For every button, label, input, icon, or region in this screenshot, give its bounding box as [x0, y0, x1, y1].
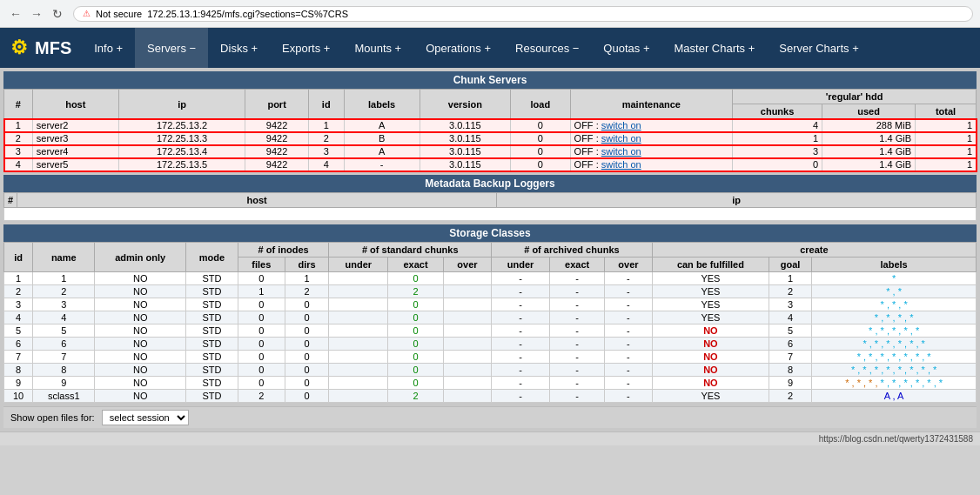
nav-item-quotas[interactable]: Quotas +	[591, 28, 661, 68]
nav-item-resources[interactable]: Resources −	[503, 28, 591, 68]
col-create-group: create	[652, 243, 976, 258]
lock-icon: ⚠	[83, 9, 91, 18]
nav-item-disks[interactable]: Disks +	[208, 28, 270, 68]
table-row: 3 server4 172.25.13.4 9422 3 A 3.0.115 0…	[4, 145, 977, 158]
col-mode: mode	[186, 243, 238, 272]
cell-chunks: 1	[733, 132, 822, 145]
metadata-header: Metadata Backup Loggers	[3, 175, 977, 192]
metadata-table: # host ip	[3, 192, 977, 221]
col-used: used	[822, 104, 916, 119]
cell-chunks: 0	[733, 158, 822, 171]
col-host: host	[32, 90, 118, 119]
col-arch-exact: exact	[550, 258, 605, 272]
cell-num: 4	[4, 158, 33, 171]
cell-maintenance: OFF : switch on	[570, 158, 732, 171]
cell-num: 2	[4, 132, 33, 145]
cell-port: 9422	[245, 119, 309, 132]
forward-button[interactable]: →	[28, 5, 45, 23]
cell-load: 0	[511, 119, 571, 132]
chunk-servers-header: Chunk Servers	[3, 71, 977, 89]
cell-host: server4	[32, 145, 118, 158]
col-dirs: dirs	[285, 258, 329, 272]
col-version: version	[420, 90, 510, 119]
table-row: 11NOSTD 01 0 --- YES1 *	[4, 272, 977, 285]
col-fulfilled: can be fulfilled	[652, 258, 769, 272]
cell-total: 1	[916, 145, 977, 158]
col-ip: ip	[497, 193, 977, 208]
col-port: port	[245, 90, 309, 119]
cell-labels: A	[344, 119, 420, 132]
nav-item-mounts[interactable]: Mounts +	[342, 28, 413, 68]
session-select[interactable]: select session	[102, 410, 189, 425]
address-bar[interactable]: ⚠ Not secure 172.25.13.1:9425/mfs.cgi?se…	[73, 6, 973, 22]
app-container: ⚙ MFS Info + Servers − Disks + Exports +…	[0, 28, 980, 445]
cell-version: 3.0.115	[420, 119, 510, 132]
table-row: 33NOSTD 00 0 --- YES3 * , * , *	[4, 298, 977, 311]
cell-host: server3	[32, 132, 118, 145]
switch-on-link[interactable]: switch on	[601, 146, 641, 157]
col-std-exact: exact	[388, 258, 444, 272]
cell-id: 1	[308, 119, 344, 132]
cell-total: 1	[916, 132, 977, 145]
cell-id: 3	[308, 145, 344, 158]
table-row: 44NOSTD 00 0 --- YES4 * , * , * , *	[4, 311, 977, 324]
cell-id: 4	[308, 158, 344, 171]
cell-maintenance: OFF : switch on	[570, 119, 732, 132]
nav-item-server-charts[interactable]: Server Charts +	[767, 28, 870, 68]
chunk-servers-table: # host ip port id labels version load ma…	[3, 89, 977, 171]
show-open-files-label: Show open files for:	[10, 412, 95, 423]
nav-item-master-charts[interactable]: Master Charts +	[661, 28, 767, 68]
status-bar: https://blog.csdn.net/qwerty1372431588	[0, 431, 980, 445]
cell-labels: -	[344, 158, 420, 171]
chunk-servers-section: Chunk Servers # host ip port id labels v…	[3, 71, 977, 171]
nav-item-operations[interactable]: Operations +	[413, 28, 503, 68]
col-arch-chunks-group: # of archived chunks	[492, 243, 653, 258]
nav-item-exports[interactable]: Exports +	[270, 28, 342, 68]
nav-menu: Info + Servers − Disks + Exports + Mount…	[82, 28, 871, 68]
switch-on-link[interactable]: switch on	[601, 133, 641, 144]
cell-port: 9422	[245, 145, 309, 158]
cell-chunks: 3	[733, 145, 822, 158]
status-url: https://blog.csdn.net/qwerty1372431588	[819, 434, 973, 444]
storage-classes-table: id name admin only mode # of inodes # of…	[3, 242, 977, 403]
cell-host: server5	[32, 158, 118, 171]
table-row: 55NOSTD 00 0 --- NO5 * , * , * , * , *	[4, 324, 977, 338]
cell-host: server2	[32, 119, 118, 132]
col-arch-under: under	[492, 258, 550, 272]
url-text: 172.25.13.1:9425/mfs.cgi?sections=CS%7CR…	[147, 9, 348, 19]
switch-on-link[interactable]: switch on	[601, 159, 641, 170]
table-row	[4, 208, 977, 221]
nav-item-info[interactable]: Info +	[82, 28, 135, 68]
table-row: 22NOSTD 12 2 --- YES2 * , *	[4, 285, 977, 298]
cell-num: 1	[4, 119, 33, 132]
cell-maintenance: OFF : switch on	[570, 145, 732, 158]
metadata-backup-section: Metadata Backup Loggers # host ip	[3, 175, 977, 221]
col-maintenance: maintenance	[570, 90, 732, 119]
table-row: 88NOSTD 00 0 --- NO8 * , * , * , * , * ,…	[4, 364, 977, 377]
browser-navigation: ← → ↻	[7, 5, 66, 23]
col-std-chunks-group: # of standard chunks	[329, 243, 492, 258]
col-num: #	[4, 193, 17, 208]
logo: ⚙ MFS	[0, 28, 82, 68]
col-id: id	[4, 243, 33, 272]
col-std-over: over	[443, 258, 491, 272]
col-goal: goal	[769, 258, 811, 272]
header: ⚙ MFS Info + Servers − Disks + Exports +…	[0, 28, 980, 68]
col-labels: labels	[812, 258, 977, 272]
logo-text: MFS	[35, 38, 71, 58]
switch-on-link[interactable]: switch on	[601, 120, 641, 130]
nav-item-servers[interactable]: Servers −	[135, 28, 208, 68]
col-inodes-group: # of inodes	[238, 243, 329, 258]
logo-icon: ⚙	[10, 37, 28, 59]
cell-used: 1.4 GiB	[822, 158, 916, 171]
cell-version: 3.0.115	[420, 145, 510, 158]
col-chunks: chunks	[733, 104, 822, 119]
not-secure-label: Not secure	[96, 9, 142, 19]
cell-total: 1	[916, 158, 977, 171]
col-hdd-group: 'regular' hdd	[733, 90, 977, 104]
reload-button[interactable]: ↻	[49, 5, 66, 23]
back-button[interactable]: ←	[7, 5, 24, 23]
cell-port: 9422	[245, 132, 309, 145]
table-row: 1 server2 172.25.13.2 9422 1 A 3.0.115 0…	[4, 119, 977, 132]
cell-used: 1.4 GiB	[822, 132, 916, 145]
